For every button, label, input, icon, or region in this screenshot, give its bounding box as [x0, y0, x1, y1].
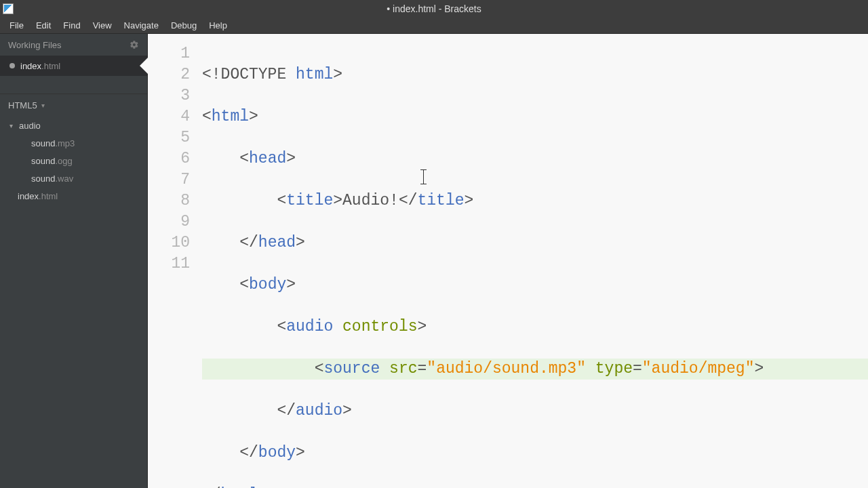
tree-file-index-html[interactable]: index.html [0, 187, 147, 205]
file-tree: ▾ audio sound.mp3 sound.ogg sound.wav in… [0, 117, 147, 205]
menu-view[interactable]: View [87, 18, 117, 33]
working-files-label: Working Files [8, 40, 62, 50]
sidebar: Working Files index.html HTML5 ▾ ▾ audio… [0, 34, 148, 488]
main-area: Working Files index.html HTML5 ▾ ▾ audio… [0, 34, 868, 488]
text-cursor-icon [419, 169, 429, 184]
code-line: <head> [202, 148, 868, 169]
tree-file-sound-mp3[interactable]: sound.mp3 [0, 134, 147, 152]
line-number: 4 [148, 106, 202, 127]
menu-navigate[interactable]: Navigate [119, 18, 164, 33]
dirty-indicator-icon [9, 63, 15, 68]
line-number: 10 [148, 232, 202, 253]
code-line: <html> [202, 106, 868, 127]
line-number: 9 [148, 211, 202, 232]
gear-icon[interactable] [130, 40, 139, 49]
chevron-down-icon: ▾ [41, 102, 45, 109]
menu-edit[interactable]: Edit [31, 18, 56, 33]
menu-file[interactable]: File [4, 18, 29, 33]
line-number: 11 [148, 253, 202, 274]
tree-folder-audio[interactable]: ▾ audio [0, 117, 147, 134]
code-line: <audio controls> [202, 317, 868, 338]
gutter: 1 2 3 4 5 6 7 8 9 10 11 [148, 34, 202, 488]
line-number: 7 [148, 169, 202, 190]
code-line: </audio> [202, 401, 868, 422]
window-title: • index.html - Brackets [387, 3, 481, 14]
code-line-active: <source src="audio/sound.mp3" type="audi… [202, 359, 868, 380]
code-line: </head> [202, 232, 868, 253]
menu-help[interactable]: Help [203, 18, 233, 33]
line-number: 8 [148, 190, 202, 211]
titlebar: • index.html - Brackets [0, 0, 868, 18]
tree-file-sound-ogg[interactable]: sound.ogg [0, 152, 147, 169]
app-logo-icon [3, 3, 14, 14]
code-line: <!DOCTYPE html> [202, 64, 868, 85]
disclose-triangle-icon: ▾ [9, 122, 16, 129]
tree-file-sound-wav[interactable]: sound.wav [0, 169, 147, 187]
code-editor[interactable]: 1 2 3 4 5 6 7 8 9 10 11 <!DOCTYPE html> … [148, 34, 868, 488]
project-label: HTML5 [8, 100, 37, 110]
code-line: </body> [202, 443, 868, 464]
working-files-header: Working Files [0, 34, 147, 56]
line-number: 6 [148, 148, 202, 169]
code-line: </html> [202, 485, 868, 488]
working-file-name: index.html [20, 61, 60, 71]
line-number: 3 [148, 85, 202, 106]
folder-name: audio [19, 121, 41, 131]
line-number: 2 [148, 64, 202, 85]
code-line: <body> [202, 274, 868, 296]
code-area[interactable]: <!DOCTYPE html> <html> <head> <title>Aud… [202, 34, 868, 488]
line-number: 5 [148, 127, 202, 148]
menu-debug[interactable]: Debug [165, 18, 202, 33]
line-number: 1 [148, 43, 202, 64]
code-line: <title>Audio!</title> [202, 190, 868, 211]
menubar: File Edit Find View Navigate Debug Help [0, 18, 868, 34]
project-dropdown[interactable]: HTML5 ▾ [0, 94, 147, 117]
working-file-index-html[interactable]: index.html [0, 56, 147, 76]
working-files-list: index.html [0, 56, 147, 76]
menu-find[interactable]: Find [58, 18, 85, 33]
